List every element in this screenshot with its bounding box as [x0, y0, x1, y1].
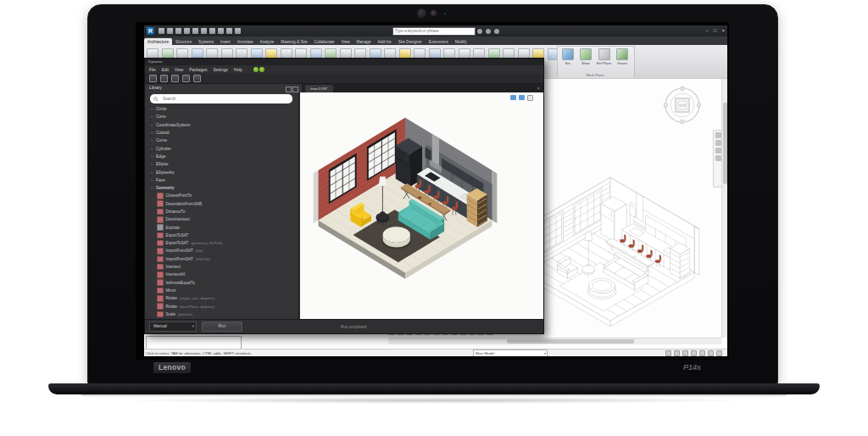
design-options-dropdown[interactable]: Main Model [473, 349, 548, 356]
workplane-set-button[interactable]: Set [559, 48, 576, 65]
menu-settings[interactable]: Settings [213, 68, 227, 72]
tab-analyze[interactable]: Analyze [257, 38, 278, 45]
qat-print-icon[interactable] [192, 28, 198, 34]
tab-manage[interactable]: Manage [353, 38, 375, 45]
tab-structure[interactable]: Structure [172, 38, 195, 45]
library-node-closestpointto[interactable]: ClosestPointTo [145, 192, 298, 199]
qat-undo-icon[interactable] [175, 28, 181, 34]
tab-collaborate[interactable]: Collaborate [311, 38, 338, 45]
tab-view[interactable]: View [337, 38, 353, 45]
library-node-explode[interactable]: Explode [145, 223, 298, 231]
menu-file[interactable]: File [149, 68, 156, 72]
qat-measure-icon[interactable] [201, 28, 207, 34]
tab-add-ins[interactable]: Add-Ins [375, 38, 395, 45]
library-node-intersect[interactable]: Intersect [145, 263, 298, 271]
qat-sync-icon[interactable] [235, 28, 241, 34]
library-node-doesintersect[interactable]: DoesIntersect [145, 215, 298, 223]
undo-icon[interactable] [182, 75, 190, 82]
viewcube-icon[interactable]: TOP [663, 86, 702, 125]
camera-icon[interactable] [519, 95, 525, 100]
window-restore-button[interactable]: □ [714, 25, 717, 36]
library-item-ellipsearc[interactable]: ›EllipseArc [145, 168, 298, 176]
window-close-button[interactable]: × [721, 25, 725, 36]
workspace-close-icon[interactable]: × [537, 84, 540, 92]
select-pinned-icon[interactable] [691, 350, 698, 356]
drag-elements-icon[interactable] [708, 350, 715, 356]
pan-icon[interactable] [715, 148, 721, 154]
library-search-input[interactable] [161, 94, 289, 103]
library-node-rotate-2[interactable]: Rotate(basePlane, degrees) [145, 302, 298, 310]
qat-open-icon[interactable] [167, 28, 173, 34]
steering-wheel-icon[interactable] [715, 132, 721, 138]
signin-avatar-icon[interactable] [477, 29, 482, 34]
workplane-show-button[interactable]: Show [577, 48, 594, 65]
library-node-importfromsat-2[interactable]: ImportFromSAT(filePath) [145, 255, 298, 263]
library-item-cylinder[interactable]: ›Cylinder [145, 144, 298, 152]
tab-annotate[interactable]: Annotate [234, 38, 257, 45]
library-search-box[interactable] [150, 94, 292, 103]
dynamo-titlebar[interactable]: Dynamo [145, 59, 543, 65]
tab-massing-site[interactable]: Massing & Site [277, 38, 310, 45]
menu-help[interactable]: Help [234, 68, 242, 72]
select-links-icon[interactable] [674, 350, 681, 356]
library-item-circle[interactable]: ›Circle [145, 105, 298, 113]
tab-systems[interactable]: Systems [195, 38, 217, 45]
workplane-refplane-button[interactable]: Ref Plane [596, 48, 613, 65]
tab-architecture[interactable]: Architecture [144, 38, 172, 45]
library-node-deserializefromsab[interactable]: DeserializeFromSAB [145, 200, 298, 208]
tab-site-designer[interactable]: Site Designer [395, 38, 426, 45]
library-item-coordinatesystem[interactable]: ›CoordinateSystem [145, 121, 298, 129]
select-underlay-icon[interactable] [682, 350, 689, 356]
vertical-scrollbar-thumb[interactable] [723, 103, 727, 184]
qat-redo-icon[interactable] [184, 28, 190, 34]
library-node-intersectall[interactable]: IntersectAll [145, 271, 298, 278]
library-item-edge[interactable]: ›Edge [145, 153, 298, 160]
library-node-importfromsat[interactable]: ImportFromSAT(file) [145, 247, 298, 254]
library-item-cuboid[interactable]: ›Cuboid [145, 129, 298, 137]
qat-section-icon[interactable] [226, 28, 232, 34]
library-node-exporttosat-2[interactable]: ExportToSAT(geometry, filePath) [145, 239, 298, 247]
orbit-icon[interactable] [715, 155, 721, 161]
horizontal-scrollbar[interactable] [388, 338, 721, 344]
run-mode-dropdown[interactable]: Manual [149, 321, 197, 332]
tab-insert[interactable]: Insert [217, 38, 234, 45]
menu-packages[interactable]: Packages [189, 68, 207, 72]
help-icon[interactable] [486, 29, 491, 34]
tab-modify[interactable]: Modify [452, 38, 470, 45]
menu-edit[interactable]: Edit [162, 68, 169, 72]
info-icon[interactable] [494, 29, 499, 34]
new-file-icon[interactable] [149, 75, 157, 82]
zoom-icon[interactable] [715, 140, 721, 146]
library-item-ellipse[interactable]: ›Ellipse [145, 160, 298, 168]
library-node-exporttosat[interactable]: ExportToSAT [145, 232, 298, 239]
library-node-mirror[interactable]: Mirror [145, 287, 298, 294]
redo-icon[interactable] [193, 75, 201, 82]
library-item-curve[interactable]: ›Curve [145, 137, 298, 144]
filter-icon[interactable] [665, 350, 672, 356]
library-node-isalmostequalto[interactable]: IsAlmostEqualTo [145, 279, 298, 287]
help-search-input[interactable] [392, 27, 476, 36]
library-item-cone[interactable]: ›Cone [145, 113, 298, 120]
library-node-scale[interactable]: Scale(amount) [145, 310, 298, 318]
select-by-face-icon[interactable] [699, 350, 706, 356]
menu-view[interactable]: View [175, 68, 183, 72]
library-item-geometry[interactable]: ›Geometry [145, 184, 298, 192]
qat-3dview-icon[interactable] [218, 28, 224, 34]
revit-logo-icon[interactable]: R [147, 27, 154, 35]
qat-tag-icon[interactable] [209, 28, 215, 34]
library-node-distanceto[interactable]: DistanceTo [145, 208, 298, 215]
open-file-icon[interactable] [160, 75, 168, 82]
library-expand-icon[interactable] [292, 87, 298, 92]
workplane-viewer-button[interactable]: Viewer [614, 48, 631, 65]
library-item-face[interactable]: ›Face [145, 176, 298, 184]
workspace-tab[interactable]: Inter.DYN* [305, 85, 333, 92]
run-button[interactable]: Run [202, 321, 242, 332]
qat-save-icon[interactable] [159, 28, 164, 34]
tab-extensions[interactable]: Extensions [426, 38, 452, 45]
library-node-rotate[interactable]: Rotate(origin, axis, degrees) [145, 294, 298, 302]
vertical-scrollbar[interactable] [721, 79, 727, 338]
dynamo-canvas[interactable] [300, 92, 543, 319]
library-collapse-icon[interactable] [286, 87, 292, 92]
zoom-fit-icon[interactable] [527, 95, 533, 101]
horizontal-scrollbar-thumb[interactable] [507, 339, 634, 344]
